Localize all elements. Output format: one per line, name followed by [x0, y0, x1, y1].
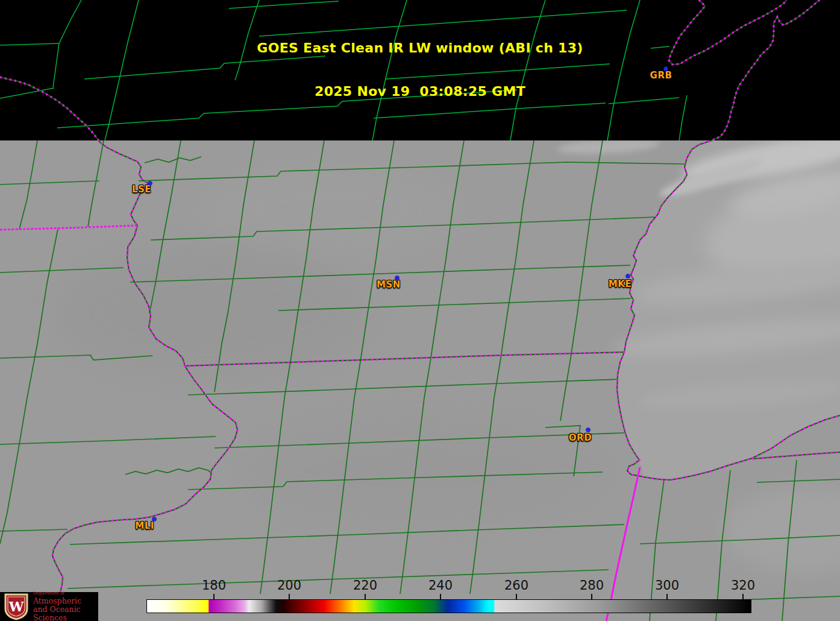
station-dot-ord	[586, 428, 591, 432]
station-dot-lse	[148, 181, 152, 186]
station-label-msn: MSN	[377, 279, 401, 290]
product-title: GOES East Clean IR LW window (ABI ch 13)…	[0, 12, 840, 128]
station-dot-mli	[152, 517, 157, 522]
colorbar-tick-label: 260	[504, 578, 528, 593]
logo-dept-label: Department of	[33, 591, 98, 596]
colorbar-tick-mark	[742, 594, 744, 599]
station-dot-msn	[395, 276, 400, 280]
product-title-line1: GOES East Clean IR LW window (ABI ch 13)	[0, 41, 840, 55]
product-title-line2: 2025 Nov 19 03:08:25 GMT	[0, 84, 840, 99]
colorbar-gradient	[146, 599, 751, 613]
station-label-ord: ORD	[569, 432, 592, 443]
colorbar-tick-mark	[666, 594, 668, 599]
colorbar-tick-label: 200	[277, 578, 301, 593]
colorbar-tick-label: 280	[580, 578, 604, 593]
colorbar-tick-label: 320	[731, 578, 755, 593]
colorbar-tick-mark	[440, 594, 441, 599]
logo-name-line2: and Oceanic Sciences	[33, 605, 98, 621]
colorbar-tick-label: 300	[655, 578, 679, 593]
uw-crest-monogram: W	[8, 599, 24, 614]
colorbar-tick-mark	[516, 594, 517, 599]
station-label-grb: GRB	[650, 70, 672, 81]
colorbar-tick-mark	[213, 594, 215, 599]
station-dot-mke	[626, 274, 630, 279]
logo-name-line1: Atmospheric	[33, 597, 98, 605]
colorbar-tick-mark	[289, 594, 290, 599]
station-label-mli: MLI	[135, 520, 154, 531]
colorbar-tick-label: 240	[428, 578, 453, 593]
station-label-lse: LSE	[132, 184, 151, 195]
colorbar-tick-label: 220	[353, 578, 377, 593]
uw-aos-logo: W Department of Atmospheric and Oceanic …	[0, 592, 98, 621]
colorbar-tick-label: 180	[202, 578, 226, 593]
colorbar-tick-mark	[591, 594, 592, 599]
colorbar-tick-mark	[365, 594, 366, 599]
uw-crest-icon: W	[4, 593, 29, 620]
station-dot-grb	[664, 67, 668, 71]
station-label-mke: MKE	[609, 279, 632, 289]
satellite-image-viewport: GOES East Clean IR LW window (ABI ch 13)…	[0, 0, 840, 621]
